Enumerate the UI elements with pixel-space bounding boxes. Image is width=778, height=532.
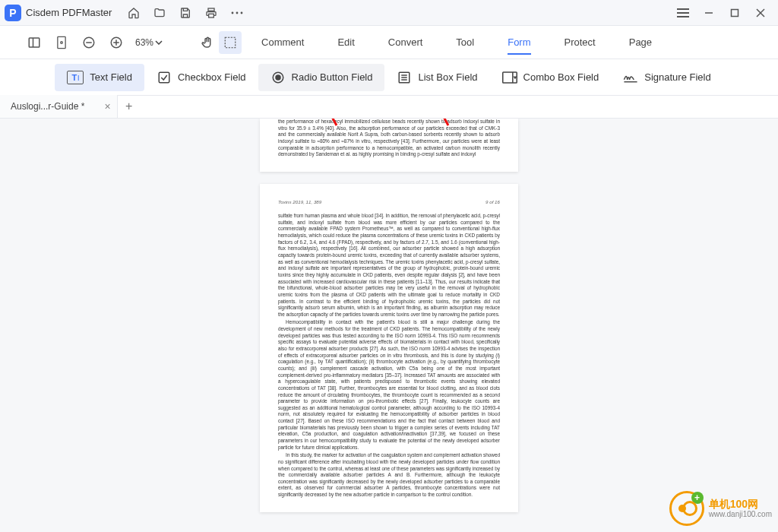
radio-icon [270,70,286,85]
watermark: + 单机100网 www.danji100.com [669,491,772,526]
page-body-text: Hemocompatibility in contact with the pa… [278,319,500,451]
svg-rect-9 [732,9,738,16]
hand-tool-icon[interactable] [196,31,219,54]
page-body-text: In this study, the marker for activation… [278,452,500,498]
form-toolbar: T| Text Field Checkbox Field Radio Butto… [0,59,778,96]
close-button[interactable] [748,2,773,24]
document-tabstrip: Auslogi...r-Guide * × + [0,96,778,119]
titlebar: P Cisdem PDFMaster [0,0,778,26]
tab-close-icon[interactable]: × [104,100,110,112]
svg-rect-21 [225,37,236,48]
page-body-text: the performance of hexadecyl immobilized… [278,119,500,158]
more-icon[interactable] [224,2,250,24]
svg-rect-1 [209,14,214,17]
watermark-logo: + [669,491,704,526]
document-tab[interactable]: Auslogi...r-Guide * × [0,95,118,118]
app-logo: P [5,5,21,21]
tab-label: Auslogi...r-Guide * [11,101,84,112]
svg-point-2 [232,11,234,14]
page-body-text: sulfate from human plasma and whole bloo… [278,213,500,318]
menu-convert[interactable]: Convert [372,26,440,59]
text-field-icon: T| [67,71,84,84]
list-box-icon [397,70,412,85]
form-list-box-field[interactable]: List Box Field [384,64,489,91]
document-page: Toxins 2019, 11, 389 9 of 16 sulfate fro… [260,184,518,512]
watermark-url: www.danji100.com [709,510,772,518]
form-signature-field[interactable]: Signature Field [611,64,723,91]
menu-tool[interactable]: Tool [439,26,491,59]
open-icon[interactable] [147,2,172,24]
signature-icon [623,70,638,85]
page-header-left: Toxins 2019, 11, 389 [278,199,321,205]
watermark-name: 单机100网 [709,499,772,510]
zoom-in-button[interactable] [105,31,128,54]
form-tool-label: Checkbox Field [178,71,246,83]
document-page: the performance of hexadecyl immobilized… [260,119,518,172]
select-tool-icon[interactable] [219,31,242,54]
zoom-level-dropdown[interactable]: 63% [135,37,163,48]
minimize-button[interactable] [696,2,722,24]
form-tool-label: Radio Button Field [292,71,373,83]
form-tool-label: Text Field [90,71,132,83]
page-view-icon[interactable] [50,31,73,54]
form-radio-button-field[interactable]: Radio Button Field [258,64,385,91]
svg-point-24 [276,75,280,80]
svg-rect-14 [58,36,65,48]
form-tool-label: Signature Field [644,71,710,83]
menu-page[interactable]: Page [612,26,669,59]
svg-point-3 [236,11,239,14]
form-tool-label: Combo Box Field [523,71,599,83]
menu-comment[interactable]: Comment [245,26,321,59]
svg-rect-12 [29,38,40,47]
menu-edit[interactable]: Edit [321,26,371,59]
new-tab-button[interactable]: + [118,95,141,118]
checkbox-icon [157,70,172,85]
svg-rect-0 [208,8,214,11]
home-icon[interactable] [121,2,147,24]
main-toolbar: 63% Comment Edit Convert Tool Form Prote… [0,26,778,59]
document-viewport[interactable]: the performance of hexadecyl immobilized… [0,119,778,532]
sidebar-toggle-icon[interactable] [23,31,46,54]
form-combo-box-field[interactable]: Combo Box Field [490,64,612,91]
svg-rect-22 [159,72,169,83]
maximize-button[interactable] [722,2,748,24]
menu-protect[interactable]: Protect [548,26,612,59]
combo-box-icon [502,70,517,85]
hamburger-menu-icon[interactable] [670,2,696,24]
app-title: Cisdem PDFMaster [26,7,112,18]
save-icon[interactable] [172,2,198,24]
zoom-out-button[interactable] [77,31,100,54]
page-header-right: 9 of 16 [485,199,500,205]
form-tool-label: List Box Field [418,71,477,83]
print-icon[interactable] [198,2,224,24]
main-menu: Comment Edit Convert Tool Form Protect P… [245,26,763,59]
menu-form[interactable]: Form [491,26,547,59]
form-checkbox-field[interactable]: Checkbox Field [144,64,258,91]
svg-point-15 [61,41,63,43]
form-text-field[interactable]: T| Text Field [55,64,144,91]
svg-point-4 [241,11,243,14]
